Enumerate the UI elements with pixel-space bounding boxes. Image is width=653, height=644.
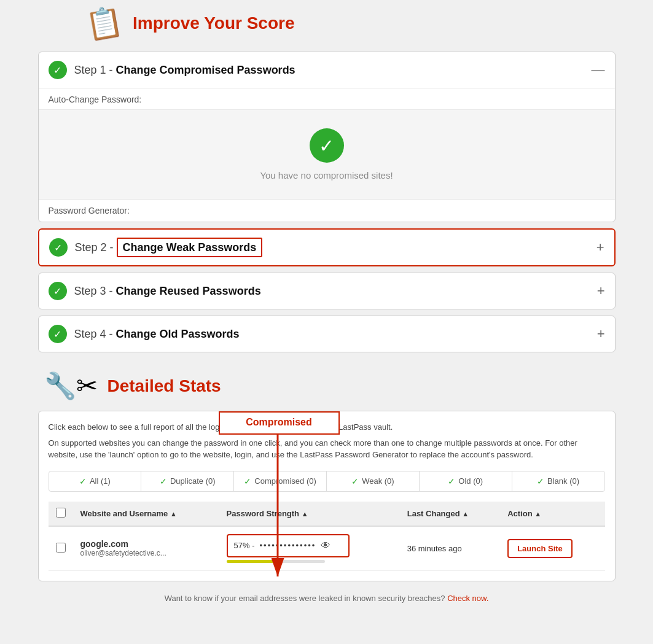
auto-change-label: Auto-Change Password: [39,88,615,110]
filter-tab-weak[interactable]: ✓ Weak (0) [327,471,420,491]
tab-label-duplicate: Duplicate (0) [170,476,216,486]
tab-check-compromised: ✓ [244,476,251,486]
strength-bar-wrapper [227,560,393,563]
step1-toggle-icon[interactable]: — [592,62,605,78]
tools-icon: 🔧✂ [44,371,98,401]
th-password-sort: ▲ [302,510,308,518]
select-all-header [49,502,73,526]
detailed-stats-title: Detailed Stats [108,376,221,396]
th-last-changed-label: Last Changed [407,509,460,518]
step2-check-icon: ✓ [49,238,68,257]
step1-label: Step 1 - Change Compromised Passwords [74,64,592,77]
th-last-changed[interactable]: Last Changed ▲ [400,502,500,526]
password-dots: •••••••••••••• [260,541,316,550]
th-action-label: Action [507,509,532,518]
step3-check-icon: ✓ [49,282,67,300]
data-table: Website and Username ▲ Password Strength… [49,502,605,571]
step4-panel: ✓ Step 4 - Change Old Passwords + [38,316,616,352]
table-header-row: Website and Username ▲ Password Strength… [49,502,605,526]
filter-tab-blank[interactable]: ✓ Blank (0) [512,471,604,491]
no-compromised-area: ✓ You have no compromised sites! [39,110,615,200]
tab-label-old: Old (0) [458,476,483,486]
filter-tab-duplicate[interactable]: ✓ Duplicate (0) [141,471,234,491]
step3-title: Change Reused Passwords [116,285,261,297]
th-action[interactable]: Action ▲ [500,502,604,526]
step2-toggle-icon[interactable]: + [596,239,604,255]
step3-number: Step 3 [74,285,106,297]
tab-check-weak: ✓ [351,476,359,486]
step3-label: Step 3 - Change Reused Passwords [74,285,597,298]
stats-description: Click each below to see a full report of… [49,421,605,461]
last-changed-value: 36 minutes ago [407,544,462,553]
strength-bar-fill [227,560,283,563]
stats-panel: Click each below to see a full report of… [38,411,616,581]
th-website[interactable]: Website and Username ▲ [73,502,219,526]
th-last-changed-sort: ▲ [462,510,469,518]
password-cell: 57% - •••••••••••••• 👁 [227,534,350,557]
tab-check-all: ✓ [79,476,87,486]
site-user: oliver@safetydetective.c... [80,549,212,557]
step4-number: Step 4 [74,328,106,340]
row-checkbox-cell [49,526,73,571]
footer-check-now-link[interactable]: Check now. [447,594,488,603]
select-all-checkbox[interactable] [56,508,66,518]
filter-tab-compromised[interactable]: ✓ Compromised (0) [234,471,327,491]
step1-panel: ✓ Step 1 - Change Compromised Passwords … [38,52,616,222]
step4-title: Change Old Passwords [116,328,240,340]
tab-label-compromised: Compromised (0) [254,476,316,486]
th-website-sort: ▲ [170,510,177,518]
row-checkbox[interactable] [56,543,66,553]
step4-dash: - [109,328,116,340]
eye-icon[interactable]: 👁 [321,540,330,551]
action-cell: Launch Site [500,526,604,571]
step2-label: Step 2 - Change Weak Passwords [75,241,596,254]
password-generator-label: Password Generator: [39,200,615,222]
step3-panel: ✓ Step 3 - Change Reused Passwords + [38,273,616,309]
step1-number: Step 1 [74,64,106,76]
annotation-container: Compromised Click each below to see a fu… [38,411,616,581]
detailed-stats-header: 🔧✂ Detailed Stats [38,371,616,401]
step2-dash: - [110,241,117,254]
launch-site-button[interactable]: Launch Site [507,539,573,558]
step2-title: Change Weak Passwords [117,238,263,257]
page-title: Improve Your Score [133,14,295,33]
table-row: google.com oliver@safetydetective.c... 5… [49,526,605,571]
page-header: 📋 Improve Your Score [86,6,295,41]
step2-header[interactable]: ✓ Step 2 - Change Weak Passwords + [39,230,614,265]
clipboard-icon: 📋 [84,3,126,44]
th-website-label: Website and Username [80,509,168,518]
step3-dash: - [109,285,116,297]
step1-dash: - [109,64,116,76]
step2-number: Step 2 [75,241,107,254]
step1-check-icon: ✓ [49,61,67,79]
step2-panel: ✓ Step 2 - Change Weak Passwords + [38,228,616,266]
step4-toggle-icon[interactable]: + [597,326,605,342]
th-action-sort: ▲ [534,510,541,518]
tab-label-all: All (1) [90,476,111,486]
last-changed-cell: 36 minutes ago [400,526,500,571]
tab-check-old: ✓ [448,476,455,486]
site-cell: google.com oliver@safetydetective.c... [73,526,219,571]
no-compromised-text: You have no compromised sites! [260,170,393,180]
step1-header[interactable]: ✓ Step 1 - Change Compromised Passwords … [39,52,615,88]
main-container: ✓ Step 1 - Change Compromised Passwords … [38,52,616,603]
step1-content: Auto-Change Password: ✓ You have no comp… [39,88,615,222]
th-password[interactable]: Password Strength ▲ [219,502,400,526]
filter-tab-old[interactable]: ✓ Old (0) [420,471,512,491]
password-cell-td: 57% - •••••••••••••• 👁 [219,526,400,571]
stats-desc-line2: On supported websites you can change the… [49,437,605,461]
tab-label-blank: Blank (0) [547,476,579,486]
step3-toggle-icon[interactable]: + [597,283,605,299]
footer-note-text: Want to know if your email addresses wer… [165,594,445,603]
site-name: google.com [80,539,212,549]
filter-tabs: ✓ All (1) ✓ Duplicate (0) ✓ Compromised … [49,471,605,492]
stats-desc-line1: Click each below to see a full report of… [49,421,605,433]
th-password-label: Password Strength [227,509,299,518]
filter-tab-all[interactable]: ✓ All (1) [49,471,142,491]
footer-note: Want to know if your email addresses wer… [38,594,616,603]
step4-check-icon: ✓ [49,325,67,343]
step1-title: Change Compromised Passwords [116,64,295,76]
strength-bar [227,560,325,563]
step3-header[interactable]: ✓ Step 3 - Change Reused Passwords + [39,273,615,309]
step4-header[interactable]: ✓ Step 4 - Change Old Passwords + [39,316,615,352]
